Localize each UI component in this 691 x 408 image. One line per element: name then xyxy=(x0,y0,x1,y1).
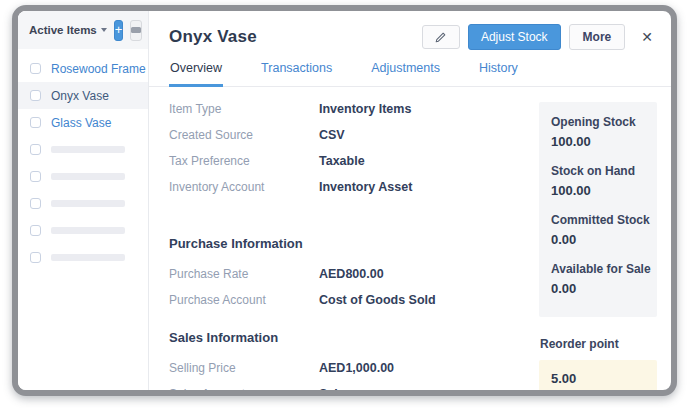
stat-label: Stock on Hand xyxy=(551,164,645,178)
item-row-loading xyxy=(18,163,148,190)
field-value: Inventory Asset xyxy=(319,180,412,194)
header-actions: Adjust Stock More ✕ xyxy=(422,24,657,50)
field-value: AED1,000.00 xyxy=(319,361,394,375)
skeleton-placeholder xyxy=(51,200,125,207)
close-icon: ✕ xyxy=(641,29,653,45)
stat-label: Opening Stock xyxy=(551,115,645,129)
item-checkbox[interactable] xyxy=(30,198,41,209)
item-checkbox[interactable] xyxy=(30,90,41,101)
stock-summary-column: Opening Stock 100.00 Stock on Hand 100.0… xyxy=(539,102,657,390)
detail-row-sales-account: Sales Account Sales xyxy=(169,387,521,390)
item-details-column: Item Type Inventory Items Created Source… xyxy=(169,102,521,390)
detail-row-purchase-rate: Purchase Rate AED800.00 xyxy=(169,267,521,281)
add-item-button[interactable]: + xyxy=(114,20,124,41)
close-button[interactable]: ✕ xyxy=(637,27,657,47)
stock-summary-panel: Opening Stock 100.00 Stock on Hand 100.0… xyxy=(539,102,657,317)
field-value: Sales xyxy=(319,387,352,390)
reorder-point-value: 5.00 xyxy=(551,371,645,386)
detail-row-selling-price: Selling Price AED1,000.00 xyxy=(169,361,521,375)
item-checkbox[interactable] xyxy=(30,63,41,74)
stat-available-for-sale: Available for Sale 0.00 xyxy=(551,262,645,296)
field-label: Item Type xyxy=(169,102,319,116)
field-label: Created Source xyxy=(169,128,319,142)
item-checkbox[interactable] xyxy=(30,144,41,155)
item-row-glass-vase[interactable]: Glass Vase xyxy=(18,109,148,136)
item-checkbox[interactable] xyxy=(30,225,41,236)
skeleton-placeholder xyxy=(51,173,125,180)
overview-content: Item Type Inventory Items Created Source… xyxy=(149,87,671,390)
reorder-point-box: 5.00 xyxy=(539,360,657,390)
stat-opening-stock: Opening Stock 100.00 xyxy=(551,115,645,149)
item-row-onyx-vase[interactable]: Onyx Vase xyxy=(18,82,148,109)
tab-adjustments[interactable]: Adjustments xyxy=(370,59,441,87)
item-label[interactable]: Glass Vase xyxy=(51,116,111,130)
items-sidebar: Active Items + Rosewood Frame Onyx Vase … xyxy=(18,11,149,390)
skeleton-placeholder xyxy=(51,254,125,261)
sidebar-header: Active Items + xyxy=(18,11,148,49)
field-value: Taxable xyxy=(319,154,365,168)
more-button[interactable]: More xyxy=(569,24,626,50)
item-label[interactable]: Rosewood Frame xyxy=(51,62,146,76)
item-checkbox[interactable] xyxy=(30,171,41,182)
stat-value: 0.00 xyxy=(551,281,645,296)
item-list: Rosewood Frame Onyx Vase Glass Vase xyxy=(18,55,148,271)
stat-label: Available for Sale xyxy=(551,262,645,276)
tab-history[interactable]: History xyxy=(478,59,519,87)
reorder-point-label: Reorder point xyxy=(539,337,657,351)
item-row-loading xyxy=(18,244,148,271)
field-label: Purchase Account xyxy=(169,293,319,307)
item-checkbox[interactable] xyxy=(30,117,41,128)
pencil-icon xyxy=(434,31,447,44)
detail-row-created-source: Created Source CSV xyxy=(169,128,521,142)
list-view-icon xyxy=(131,27,141,33)
detail-row-item-type: Item Type Inventory Items xyxy=(169,102,521,116)
field-value: Inventory Items xyxy=(319,102,411,116)
tab-transactions[interactable]: Transactions xyxy=(260,59,333,87)
detail-row-purchase-account: Purchase Account Cost of Goods Sold xyxy=(169,293,521,307)
sales-information-heading: Sales Information xyxy=(169,330,521,345)
plus-icon: + xyxy=(115,22,123,37)
item-row-loading xyxy=(18,136,148,163)
stat-value: 0.00 xyxy=(551,232,645,247)
stat-stock-on-hand: Stock on Hand 100.00 xyxy=(551,164,645,198)
item-detail-panel: Onyx Vase Adjust Stock More ✕ Overview T… xyxy=(149,11,671,390)
detail-row-tax-preference: Tax Preference Taxable xyxy=(169,154,521,168)
stat-committed-stock: Committed Stock 0.00 xyxy=(551,213,645,247)
field-label: Purchase Rate xyxy=(169,267,319,281)
page-title: Onyx Vase xyxy=(169,27,257,47)
skeleton-placeholder xyxy=(51,146,125,153)
field-label: Tax Preference xyxy=(169,154,319,168)
field-label: Selling Price xyxy=(169,361,319,375)
field-value: Cost of Goods Sold xyxy=(319,293,436,307)
list-view-toggle-button[interactable] xyxy=(130,20,142,41)
item-label[interactable]: Onyx Vase xyxy=(51,89,109,103)
field-value: AED800.00 xyxy=(319,267,384,281)
stat-value: 100.00 xyxy=(551,183,645,198)
item-row-rosewood-frame[interactable]: Rosewood Frame xyxy=(18,55,148,82)
field-value: CSV xyxy=(319,128,345,142)
item-details-window: Active Items + Rosewood Frame Onyx Vase … xyxy=(12,5,677,396)
items-filter-label: Active Items xyxy=(29,24,97,36)
edit-item-button[interactable] xyxy=(422,25,460,49)
purchase-information-heading: Purchase Information xyxy=(169,236,521,251)
detail-row-inventory-account: Inventory Account Inventory Asset xyxy=(169,180,521,194)
field-label: Sales Account xyxy=(169,387,319,390)
item-checkbox[interactable] xyxy=(30,252,41,263)
tab-overview[interactable]: Overview xyxy=(169,59,223,87)
adjust-stock-button[interactable]: Adjust Stock xyxy=(468,24,561,50)
detail-tabs: Overview Transactions Adjustments Histor… xyxy=(149,59,671,87)
skeleton-placeholder xyxy=(51,227,125,234)
item-row-loading xyxy=(18,190,148,217)
chevron-down-icon xyxy=(101,28,107,32)
field-label: Inventory Account xyxy=(169,180,319,194)
stat-value: 100.00 xyxy=(551,134,645,149)
item-row-loading xyxy=(18,217,148,244)
items-filter-dropdown[interactable]: Active Items xyxy=(29,24,107,36)
stat-label: Committed Stock xyxy=(551,213,645,227)
detail-header: Onyx Vase Adjust Stock More ✕ xyxy=(149,11,671,59)
